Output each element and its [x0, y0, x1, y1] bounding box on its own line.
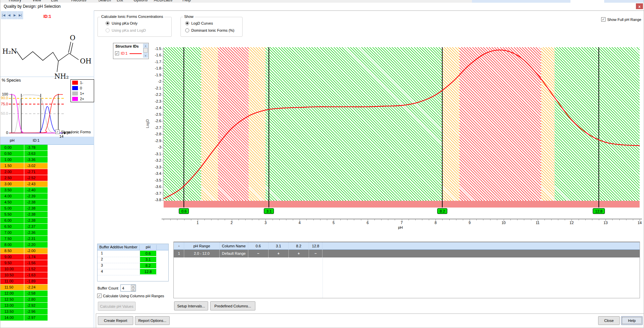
buffer-ph-marker[interactable]: 8.2: [437, 208, 447, 214]
ph-table-cell-logd: -3.36: [24, 157, 48, 163]
range-table-header-ph-12.8[interactable]: 12.8: [309, 242, 323, 250]
range-row-flag-12.8[interactable]: −: [309, 250, 323, 257]
buffer-row-ph-cell[interactable]: 3.1: [140, 257, 156, 262]
y-tick: [163, 124, 164, 124]
report-options-button[interactable]: Report Options...: [135, 316, 170, 325]
range-table-header-ph-3.1[interactable]: 3.1: [269, 242, 289, 250]
spin-up-icon[interactable]: ▲: [131, 285, 135, 288]
bottom-divider-left: [96, 313, 96, 328]
x-tick: [497, 219, 497, 220]
buffer-row-ph-cell[interactable]: 8.2: [140, 263, 156, 268]
menu-item-view[interactable]: View: [32, 0, 41, 2]
dialog-title: Quality by Design: pH Selection: [4, 4, 61, 9]
range-row-column-name[interactable]: Default Range: [220, 250, 248, 257]
oh-label: OH: [80, 57, 91, 65]
ph-table-cell-ph: 2.50: [0, 175, 24, 181]
range-table-header-ph-range[interactable]: pH Range: [184, 242, 220, 250]
range-table-header-ph-0.6[interactable]: 0.6: [248, 242, 269, 250]
species-x-axis-label: pH: [67, 131, 72, 135]
ph-table-cell-logd: -2.96: [24, 309, 48, 315]
y-tick-label: -3.4: [148, 171, 161, 175]
menu-item-acdlabs[interactable]: ACD/Labs: [154, 0, 172, 2]
structure-id-checkbox[interactable]: ✓: [115, 51, 119, 55]
ph-table-cell-logd: -1.52: [24, 266, 48, 272]
x-tick: [191, 219, 191, 220]
create-report-button[interactable]: Create Report: [98, 316, 133, 325]
close-icon[interactable]: x: [636, 3, 643, 9]
zone-band-good: [164, 47, 201, 201]
show-ionic-forms-checkbox[interactable]: ✓: [55, 130, 60, 134]
y-tick: [163, 129, 164, 130]
x-tick-label: 3: [259, 221, 272, 225]
ph-table-cell-ph: 10.00: [0, 266, 24, 272]
menu-item-history[interactable]: History: [9, 0, 21, 2]
x-tick: [381, 219, 382, 220]
range-row-flag-8.2[interactable]: +: [289, 250, 309, 257]
buffer-ph-marker[interactable]: 0.6: [179, 208, 189, 214]
y-tick: [163, 74, 164, 74]
buffer-ph-marker[interactable]: 3.1: [264, 208, 274, 214]
species-y-tick-label: 90.0: [1, 96, 8, 100]
range-table-header-ph-8.2[interactable]: 8.2: [289, 242, 309, 250]
menu-item-edit[interactable]: Edit: [51, 0, 58, 2]
menu-item-list[interactable]: List: [117, 0, 123, 2]
range-row-ph-range[interactable]: 2.0 - 12.0: [184, 250, 220, 257]
range-table-header-column-name[interactable]: Column Name: [220, 242, 248, 250]
ph-table-cell-ph: 9.50: [0, 260, 24, 266]
buffer-count-stepper[interactable]: ▲ ▼: [120, 284, 136, 292]
buffer-row-ph-cell[interactable]: 12.8: [140, 269, 156, 274]
predefined-columns-button[interactable]: Predefined Columns...: [210, 301, 255, 310]
close-button[interactable]: Close: [598, 316, 620, 325]
range-row-flag-3.1[interactable]: +: [269, 250, 289, 257]
buffer-row-ph-cell[interactable]: 0.6: [140, 251, 156, 256]
x-tick: [177, 219, 177, 220]
help-button[interactable]: Help: [621, 316, 643, 325]
x-tick: [544, 219, 545, 220]
ph-table-cell-ph: 3.50: [0, 187, 24, 193]
y-tick-label: -1.7: [148, 60, 161, 64]
scroll-down-icon[interactable]: ▼: [143, 54, 148, 58]
buffer-col-separator: [157, 244, 157, 275]
y-tick-label: -1.8: [148, 66, 161, 70]
menu-item-search[interactable]: Search: [98, 0, 111, 2]
show-full-ph-range-checkbox[interactable]: ✓: [601, 17, 606, 22]
menu-item-help[interactable]: Help: [183, 0, 191, 2]
ph-table-cell-ph: 1.50: [0, 163, 24, 169]
setup-intervals-button[interactable]: Setup Intervals...: [174, 301, 208, 310]
scroll-up-icon[interactable]: ▲: [143, 44, 148, 48]
x-tick: [245, 219, 246, 220]
spin-down-icon[interactable]: ▼: [131, 288, 135, 291]
menu-item-options[interactable]: Options: [134, 0, 147, 2]
x-tick: [225, 219, 225, 220]
buffer-ph-line[interactable]: [269, 47, 269, 208]
structure-ids-scrollbar[interactable]: ▲ ▼: [143, 44, 148, 58]
sort-icon[interactable]: ▲: [174, 242, 184, 250]
y-tick: [162, 174, 164, 174]
radio-dominant-ionic-forms[interactable]: [185, 28, 189, 32]
x-tick: [279, 219, 280, 220]
y-tick: [163, 103, 164, 103]
range-row-number[interactable]: 1: [174, 250, 184, 257]
y-tick: [163, 92, 164, 93]
range-table-selected-row[interactable]: 12.0 - 12.0Default Range−++−: [174, 250, 640, 257]
buffer-ph-line[interactable]: [598, 47, 599, 208]
radio-logd-curves[interactable]: [185, 21, 189, 25]
buffer-ph-line[interactable]: [184, 47, 184, 208]
scrollbar-thumb[interactable]: [143, 48, 148, 53]
buffer-ph-line[interactable]: [442, 47, 443, 208]
y-tick: [163, 133, 164, 133]
buffer-ph-marker[interactable]: 12.8: [593, 208, 605, 214]
ph-logd-table: pHID:10.00-3.780.50-3.631.00-3.361.50-3.…: [0, 137, 94, 328]
y-tick: [163, 137, 164, 137]
range-row-flag-0.6[interactable]: −: [248, 250, 269, 257]
menu-item-records[interactable]: Records: [71, 0, 86, 2]
x-tick: [415, 219, 416, 220]
buffer-count-input[interactable]: [121, 285, 132, 291]
y-tick: [163, 59, 164, 60]
radio-using-pka-only[interactable]: [106, 21, 110, 25]
y-tick: [163, 94, 164, 94]
x-tick: [259, 219, 259, 220]
legend-swatch-0: [72, 86, 78, 90]
species-x-max-label: 14: [58, 134, 65, 138]
calc-using-columns-checkbox[interactable]: ✓: [97, 294, 102, 298]
